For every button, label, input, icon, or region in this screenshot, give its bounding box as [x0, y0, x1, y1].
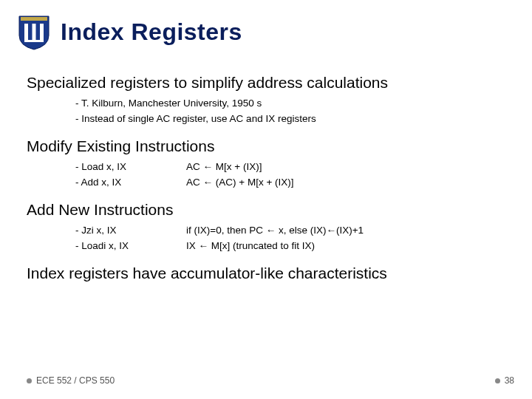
svg-rect-2	[33, 24, 36, 40]
list-item: - T. Kilburn, Manchester University, 195…	[75, 96, 505, 112]
course-label: ECE 552 / CPS 550	[36, 375, 115, 386]
svg-rect-1	[24, 24, 28, 40]
svg-rect-0	[21, 17, 47, 21]
instruction-effect: if (IX)=0, then PC ← x, else (IX)←(IX)+1	[186, 223, 505, 239]
slide-content: Specialized registers to simplify addres…	[0, 50, 532, 282]
instruction-name: - Jzi x, IX	[75, 223, 186, 239]
bullet-icon	[495, 378, 500, 383]
instruction-row: - Jzi x, IX if (IX)=0, then PC ← x, else…	[27, 223, 505, 239]
instruction-name: - Add x, IX	[75, 175, 186, 191]
instruction-row: - Loadi x, IX IX ← M[x] (truncated to fi…	[27, 239, 505, 254]
bullet-icon	[27, 378, 32, 383]
slide-footer: ECE 552 / CPS 550 38	[0, 375, 532, 386]
section-heading-1: Specialized registers to simplify addres…	[27, 74, 505, 92]
instruction-row: - Load x, IX AC ← M[x + (IX)]	[27, 160, 505, 175]
instruction-row: - Add x, IX AC ← (AC) + M[x + (IX)]	[27, 175, 505, 191]
list-item: - Instead of single AC register, use AC …	[75, 112, 505, 127]
instruction-effect: IX ← M[x] (truncated to fit IX)	[186, 239, 505, 254]
svg-rect-4	[24, 40, 44, 42]
instruction-name: - Load x, IX	[75, 160, 186, 175]
section-heading-3: Add New Instructions	[27, 201, 505, 219]
instruction-name: - Loadi x, IX	[75, 239, 186, 254]
university-shield-icon	[18, 13, 50, 50]
svg-rect-3	[40, 24, 44, 40]
page-number: 38	[505, 375, 514, 386]
slide-title: Index Registers	[61, 18, 242, 46]
instruction-effect: AC ← (AC) + M[x + (IX)]	[186, 175, 505, 191]
section-heading-4: Index registers have accumulator-like ch…	[27, 265, 505, 282]
instruction-effect: AC ← M[x + (IX)]	[186, 160, 505, 175]
section-heading-2: Modify Existing Instructions	[27, 137, 505, 155]
